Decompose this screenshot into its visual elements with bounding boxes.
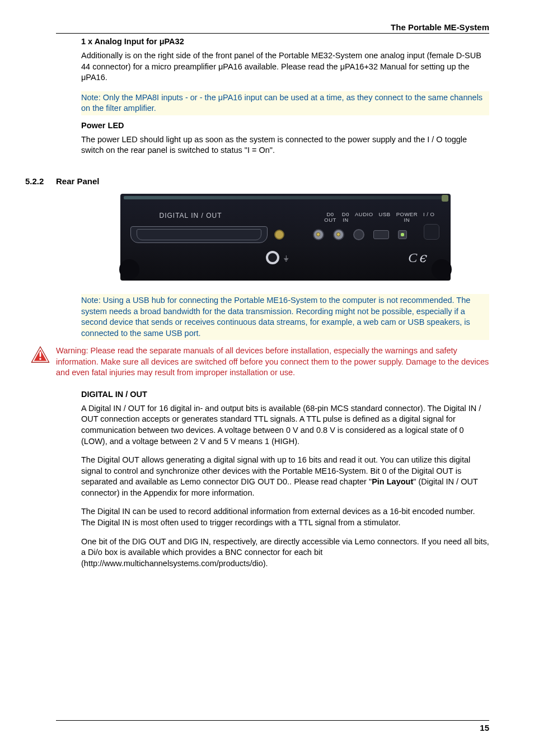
section-power-led-title: Power LED bbox=[81, 121, 489, 130]
port-audio bbox=[353, 229, 364, 240]
section-analog-input-title: 1 x Analog Input for μPA32 bbox=[81, 37, 489, 46]
foot-left bbox=[119, 259, 139, 279]
section-number: 5.2.2 bbox=[25, 176, 56, 186]
page-number: 15 bbox=[56, 720, 489, 732]
port-d0-out bbox=[313, 229, 324, 240]
note-mpa8i: Note: Only the MPA8I inputs - or - the μ… bbox=[81, 91, 489, 115]
switch-io bbox=[424, 224, 439, 240]
label-d0-in: D0IN bbox=[342, 212, 349, 223]
warning-icon bbox=[30, 346, 50, 366]
power-led-paragraph: The power LED should light up as soon as… bbox=[81, 134, 489, 156]
label-usb: USB bbox=[379, 212, 391, 217]
header-rule bbox=[56, 33, 489, 34]
warning-text: Warning: Please read the separate manual… bbox=[56, 346, 489, 379]
rear-panel-figure: DIGITAL IN / OUT D0OUT D0IN AUDIO USB PO… bbox=[81, 194, 489, 281]
label-digital-in-out: DIGITAL IN / OUT bbox=[160, 212, 222, 220]
digital-p3: The Digital IN can be used to record add… bbox=[81, 506, 489, 528]
label-audio: AUDIO bbox=[355, 212, 373, 217]
label-power: POWERIN bbox=[396, 212, 418, 223]
svg-rect-2 bbox=[40, 352, 41, 357]
port-power-in bbox=[398, 230, 407, 239]
page-header: The Portable ME-System bbox=[56, 22, 489, 32]
svg-point-3 bbox=[39, 358, 41, 360]
analog-input-paragraph: Additionally is on the right side of the… bbox=[81, 50, 489, 83]
note-usb-hub: Note: Using a USB hub for connecting the… bbox=[81, 294, 489, 340]
ground-symbol-icon: ⏚ bbox=[284, 253, 288, 262]
port-d0-in bbox=[333, 229, 344, 240]
foot-right bbox=[432, 259, 452, 279]
label-io: I / O bbox=[423, 212, 434, 217]
section-title-rear-panel: Rear Panel bbox=[56, 176, 100, 186]
ce-mark: C ϵ bbox=[408, 250, 425, 265]
port-ground-screw bbox=[274, 230, 284, 240]
digital-p2: The Digital OUT allows generating a digi… bbox=[81, 455, 489, 498]
port-usb bbox=[373, 230, 389, 239]
label-d0-out: D0OUT bbox=[324, 212, 336, 223]
digital-p4: One bit of the DIG OUT and DIG IN, respe… bbox=[81, 536, 489, 570]
digital-p1: A Digital IN / OUT for 16 digital in- an… bbox=[81, 403, 489, 447]
port-dsub-68 bbox=[130, 226, 268, 243]
section-digital-in-out-title: DIGITAL IN / OUT bbox=[81, 390, 489, 399]
ground-socket bbox=[266, 251, 279, 264]
